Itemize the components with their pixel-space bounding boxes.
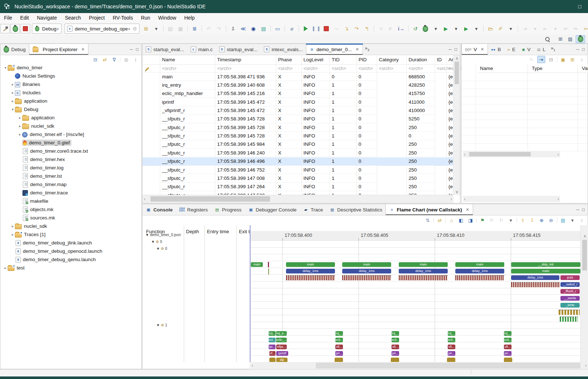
table-cell[interactable]: 0 <box>356 183 377 191</box>
table-cell[interactable]: INFO <box>301 140 330 149</box>
view-menu2-icon[interactable]: ⁝ <box>578 56 585 63</box>
minimize-view-icon[interactable]: ─ <box>576 207 579 212</box>
minimize-view-icon[interactable]: ─ <box>130 47 133 52</box>
flame-vscrollbar[interactable]: ∧ <box>580 225 588 362</box>
tree-collapse-icon[interactable]: ▸ <box>11 99 15 103</box>
column-header-category[interactable]: Category <box>377 55 406 65</box>
tab-project-explorer[interactable]: Project Explorer✕ <box>29 44 88 55</box>
menu-navigate[interactable]: Navigate <box>33 15 61 21</box>
table-cell[interactable]: {e <box>446 174 454 182</box>
tree-collapse-icon[interactable]: ▸ <box>11 224 15 228</box>
tree-item[interactable]: ▸nuclei_sdk <box>0 222 141 230</box>
run-icon[interactable]: ▶ <box>441 24 451 33</box>
flame-bar-sfp[interactable]: sfp <box>276 358 287 362</box>
table-cell[interactable]: {e <box>446 98 454 106</box>
instruction-stepping-icon[interactable]: ≡ <box>376 24 386 33</box>
column-filter-input[interactable]: <srch> <box>301 65 330 73</box>
table-cell[interactable]: 17:05:58.399 145 728 <box>215 115 276 123</box>
tree-item[interactable]: xdemo_timer_debug_openocd.launch <box>0 247 141 255</box>
table-cell[interactable]: 17:05:58.399 145 728 <box>215 123 276 132</box>
menu-run[interactable]: Run <box>137 15 154 21</box>
column-header-timestamp[interactable]: Timestamp <box>215 55 276 65</box>
terminate-button[interactable] <box>21 24 30 33</box>
flame-bar-ecl[interactable]: ecl... <box>269 338 276 342</box>
flame-bar-eclic_[interactable]: eclic_... <box>276 338 287 342</box>
nuclei-tool-icon[interactable]: ◉ <box>249 24 258 33</box>
flame-bar-ecli[interactable]: ecli... <box>504 338 512 342</box>
tab-progress[interactable]: ▤Progress <box>211 204 245 215</box>
column-filter-input[interactable]: <srch> <box>377 65 406 73</box>
editor-tab-main-c[interactable]: cmain.c <box>187 44 216 55</box>
table-cell[interactable]: __sfputc_r <box>160 166 215 174</box>
table-cell[interactable]: 17:05:58.399 140 608 <box>215 81 276 89</box>
flame-bar-__swbuf_r[interactable]: __swbuf_r <box>560 282 580 287</box>
menu-edit[interactable]: Edit <box>16 15 33 21</box>
table-cell[interactable]: {e <box>446 81 454 89</box>
table-cell[interactable]: {e <box>446 183 454 191</box>
flame-bar-__skip_init[interactable]: __skip_init <box>511 262 580 267</box>
tree-collapse-icon[interactable]: ▸ <box>11 82 15 86</box>
flame-bar[interactable] <box>455 275 504 280</box>
table-cell[interactable]: __sfputc_r <box>160 140 215 149</box>
flame-bar-ecli[interactable]: ecli... <box>448 338 455 342</box>
flame-bar[interactable] <box>268 262 269 267</box>
bookmark-menu-icon[interactable]: ▾ <box>507 217 514 223</box>
flame-bar-puts[interactable]: puts <box>560 275 580 280</box>
menu-rv-tools[interactable]: RV-Tools <box>109 15 137 21</box>
attach-icon[interactable]: ≪ <box>239 24 248 33</box>
table-cell[interactable]: INFO <box>301 73 330 81</box>
filter-icon[interactable]: ∇ <box>111 56 118 63</box>
sort-threads-icon[interactable]: ⇅ <box>424 217 431 223</box>
flame-bar-vfi[interactable]: vfi... <box>448 345 455 349</box>
tree-item[interactable]: ▸●Traces [1] <box>0 230 141 239</box>
close-icon[interactable]: ✕ <box>355 47 359 52</box>
table-cell[interactable]: __sfputc_r <box>160 149 215 157</box>
column-header-type[interactable]: Type <box>530 64 580 73</box>
table-cell[interactable]: 17:05:58.399 147 008 <box>215 174 276 182</box>
table-cell[interactable]: 1 <box>330 132 356 140</box>
table-cell[interactable]: 0 <box>356 174 377 182</box>
table-cell[interactable]: INFO <box>301 115 330 123</box>
new-view-icon[interactable]: ▣ <box>559 56 567 63</box>
table-cell[interactable]: {e <box>446 90 454 98</box>
debug-launch-icon[interactable] <box>421 24 430 33</box>
up-icon[interactable]: ⇧ <box>519 217 526 223</box>
flame-bar-vfi[interactable]: vfi... <box>504 345 512 349</box>
flame-bar-iprintf[interactable]: iprintf <box>276 351 288 356</box>
debug-perspective-icon[interactable] <box>576 35 585 43</box>
terminate-icon[interactable] <box>322 24 331 33</box>
table-cell[interactable]: X <box>276 157 301 166</box>
flame-bar-main[interactable]: main <box>251 262 263 267</box>
tree-item[interactable]: xdemo_timer_debug_qemu.launch <box>0 255 141 264</box>
redo-icon[interactable]: ↷ <box>214 24 224 33</box>
new-dropdown[interactable]: ▾ <box>152 24 161 33</box>
inspect-icon[interactable]: ⌀ <box>287 24 297 33</box>
flame-hscrollbar[interactable]: ‹› <box>250 362 588 369</box>
resize-grip[interactable]: ⋮ <box>469 370 473 375</box>
collapse-icon[interactable]: ⊟ <box>547 56 555 63</box>
tree-collapse-icon[interactable]: ▸ <box>11 91 15 95</box>
table-cell[interactable]: {e <box>446 115 454 123</box>
table-cell[interactable]: 17:05:58.399 146 752 <box>215 166 276 174</box>
tree-collapse-icon[interactable]: ▸ <box>11 232 15 236</box>
reset-zoom-icon[interactable]: ⌂ <box>448 217 455 223</box>
flame-bar[interactable] <box>447 358 455 362</box>
table-cell[interactable]: INFO <box>301 90 330 98</box>
table-cell[interactable]: 0 <box>356 132 377 140</box>
table-cell[interactable]: {e <box>446 166 454 174</box>
flame-bar-delay_1ms[interactable]: delay_1ms <box>455 269 504 273</box>
tab-debugger-console[interactable]: ▣Debugger Console <box>245 204 300 215</box>
flame-bar-pri[interactable]: pri... <box>392 351 399 356</box>
table-cell[interactable]: INFO <box>301 183 330 191</box>
close-icon[interactable]: ✕ <box>81 47 85 52</box>
table-hscrollbar[interactable]: ‹ › <box>142 195 454 203</box>
table-cell[interactable]: INFO <box>301 157 330 166</box>
column-filter-input[interactable]: <srch> <box>356 65 377 73</box>
flame-bar-ipr[interactable]: ipr... <box>269 345 276 349</box>
table-cell[interactable]: 1 <box>330 123 356 132</box>
tree-item[interactable]: demo_timer.core0.trace.txt <box>0 147 141 155</box>
column-header-name[interactable]: Name <box>160 55 215 65</box>
table-cell[interactable]: 17:05:58.399 145 216 <box>215 90 276 98</box>
tree-expand-icon[interactable]: ▾ <box>11 107 15 111</box>
column-filter-input[interactable]: <srch> <box>435 65 446 73</box>
